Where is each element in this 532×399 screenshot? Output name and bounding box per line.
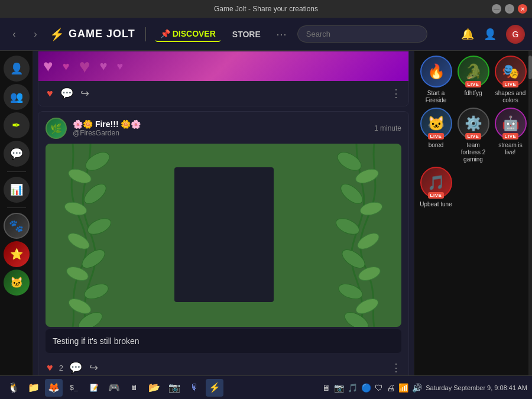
live-item-1[interactable]: 🐊 LIVE fdhtfyg [456, 56, 490, 104]
taskbar-steam[interactable]: 🎮 [105, 379, 123, 397]
right-sidebar: 🔥 Start a Fireside 🐊 LIVE fdhtfyg 🎭 LIVE… [414, 51, 532, 375]
logo[interactable]: ⚡ GAME JOLT [50, 27, 135, 41]
live-item-6[interactable]: 🎵 LIVE Upbeat tune [419, 167, 453, 208]
like-count-2: 2 [59, 364, 63, 372]
like-button-1[interactable]: ♥ [46, 86, 54, 101]
taskbar-terminal[interactable]: $_ [65, 379, 83, 397]
taskbar-calculator[interactable]: 🖩 [125, 379, 143, 397]
scrollbar-right[interactable] [528, 51, 532, 375]
discover-icon: 📌 [160, 29, 170, 38]
live-item-2[interactable]: 🎭 LIVE shapes and colors [494, 56, 527, 104]
live-grid: 🔥 Start a Fireside 🐊 LIVE fdhtfyg 🎭 LIVE… [419, 56, 527, 208]
live-badge-6: LIVE [428, 192, 445, 199]
post-author-2: 🌿 🌸🌼 Fire!!! 🌼🌸 @FiresGarden 1 minute [38, 112, 408, 144]
post-author-name-2: 🌸🌼 Fire!!! 🌼🌸 [73, 119, 368, 129]
friends-icon[interactable]: 👤 [484, 28, 497, 41]
live-label-2: shapes and colors [494, 90, 527, 104]
live-badge-4: LIVE [465, 133, 482, 140]
main-content: 👤 👥 ✒ 💬 📊 🐾 ⭐ 🐱 ♥ ♥ ♥ ♥ ♥ [0, 51, 532, 375]
taskbar-wifi-icon[interactable]: 📶 [398, 383, 408, 392]
taskbar-discord[interactable]: 🎙 [186, 379, 203, 397]
live-label-1: fdhtfyg [464, 90, 482, 97]
back-button[interactable]: ‹ [7, 27, 21, 41]
live-item-4[interactable]: ⚙️ LIVE team fortress 2 gaming [456, 108, 490, 163]
titlebar-controls: — □ ✕ [492, 4, 527, 14]
user-avatar[interactable]: G [506, 25, 525, 44]
feed[interactable]: ♥ ♥ ♥ ♥ ♥ ♥ 💬 ↪ ⋮ 🌿 🌸🌼 Fire!!! 🌼🌸 [33, 51, 414, 375]
navbar: ‹ › ⚡ GAME JOLT 📌 DISCOVER STORE ⋯ 🔔 👤 G [0, 18, 532, 51]
taskbar-bluetooth-icon[interactable]: 🔵 [361, 383, 371, 392]
taskbar-camera-icon[interactable]: 📷 [334, 383, 344, 392]
sidebar-avatar-2[interactable]: ⭐ [4, 241, 30, 267]
svg-rect-23 [174, 167, 274, 302]
taskbar-music-icon[interactable]: 🎵 [348, 383, 358, 392]
share-button-2[interactable]: ↪ [88, 360, 99, 375]
taskbar-screenshot[interactable]: 📷 [166, 379, 183, 397]
taskbar-firefox[interactable]: 🦊 [45, 379, 63, 397]
titlebar-title: Game Jolt - Share your creations [214, 5, 318, 13]
discover-label: DISCOVER [173, 29, 216, 38]
live-label-5: stream is live! [494, 142, 527, 156]
taskbar-time: Saturday September 9, 9:08:41 AM [426, 384, 527, 391]
sidebar-icon-chart[interactable]: 📊 [4, 177, 30, 203]
sidebar-icon-home[interactable]: 👤 [4, 56, 30, 82]
live-avatar-wrap-4: ⚙️ LIVE [458, 108, 489, 140]
live-avatar-wrap-6: 🎵 LIVE [420, 167, 452, 199]
nav-divider [145, 27, 146, 41]
sidebar-icon-friends[interactable]: 👥 [4, 84, 30, 110]
live-avatar-wrap-1: 🐊 LIVE [458, 56, 489, 87]
post-bottom-actions-2: ♥ 2 💬 ↪ ⋮ [38, 358, 408, 375]
taskbar-files[interactable]: 📁 [25, 379, 43, 397]
taskbar-print-icon[interactable]: 🖨 [387, 383, 395, 392]
sidebar-avatar-3[interactable]: 🐱 [4, 270, 30, 296]
live-label-4: team fortress 2 gaming [456, 142, 490, 163]
taskbar-start[interactable]: 🐧 [5, 379, 22, 397]
minimize-button[interactable]: — [492, 4, 501, 14]
taskbar-shield-icon[interactable]: 🛡 [375, 383, 383, 392]
taskbar: 🐧 📁 🦊 $_ 📝 🎮 🖩 📂 📷 🎙 ⚡ 🖥 📷 🎵 🔵 🛡 🖨 📶 🔊 S… [0, 375, 532, 399]
vine-svg [46, 144, 401, 327]
live-item-fireside[interactable]: 🔥 Start a Fireside [419, 56, 453, 104]
taskbar-volume-icon[interactable]: 🔊 [412, 383, 422, 392]
taskbar-gamejolt[interactable]: ⚡ [206, 379, 223, 397]
store-label: STORE [232, 30, 261, 39]
post-menu-1[interactable]: ⋮ [391, 87, 401, 100]
taskbar-files2[interactable]: 📂 [145, 379, 163, 397]
comment-button-1[interactable]: 💬 [59, 86, 74, 101]
live-badge-3: LIVE [428, 133, 445, 140]
post-menu-2[interactable]: ⋮ [391, 361, 401, 374]
sidebar-icon-create[interactable]: ✒ [4, 112, 30, 138]
live-badge-1: LIVE [465, 81, 482, 87]
like-button-2[interactable]: ♥ [46, 361, 54, 375]
close-button[interactable]: ✕ [518, 4, 527, 14]
taskbar-hp-icon[interactable]: 🖥 [322, 383, 330, 392]
nav-icons: 🔔 👤 G [461, 25, 525, 44]
sidebar-icon-chat[interactable]: 💬 [4, 141, 30, 167]
taskbar-right: 🖥 📷 🎵 🔵 🛡 🖨 📶 🔊 Saturday September 9, 9:… [322, 383, 527, 392]
sidebar-avatar-1[interactable]: 🐾 [4, 213, 30, 239]
live-item-3[interactable]: 🐱 LIVE bored [419, 108, 453, 163]
comment-button-2[interactable]: 💬 [68, 360, 83, 375]
live-avatar-fireside: 🔥 [420, 56, 452, 87]
nav-more-button[interactable]: ⋯ [273, 25, 290, 43]
post-actions-1: ♥ 💬 ↪ ⋮ [38, 81, 408, 106]
taskbar-text[interactable]: 📝 [85, 379, 103, 397]
post-avatar-2[interactable]: 🌿 [46, 118, 67, 139]
share-button-1[interactable]: ↪ [79, 86, 90, 101]
notification-icon[interactable]: 🔔 [461, 28, 474, 41]
post-banner-1: ♥ ♥ ♥ ♥ ♥ [38, 51, 408, 81]
live-label-6: Upbeat tune [420, 201, 452, 208]
live-avatar-wrap-5: 🤖 LIVE [495, 108, 527, 140]
forward-button[interactable]: › [28, 27, 43, 41]
titlebar: Game Jolt - Share your creations — □ ✕ [0, 0, 532, 18]
search-input[interactable] [297, 25, 427, 43]
live-avatar-wrap-3: 🐱 LIVE [420, 108, 452, 140]
nav-store[interactable]: STORE [228, 27, 265, 41]
live-item-5[interactable]: 🤖 LIVE stream is live! [494, 108, 527, 163]
post-author-handle-2[interactable]: @FiresGarden [73, 129, 368, 137]
maximize-button[interactable]: □ [505, 4, 514, 14]
live-avatar-wrap-fireside: 🔥 [420, 56, 452, 87]
nav-discover[interactable]: 📌 DISCOVER [155, 27, 220, 42]
post-time-2: 1 minute [374, 124, 401, 132]
live-label-3: bored [429, 142, 444, 149]
